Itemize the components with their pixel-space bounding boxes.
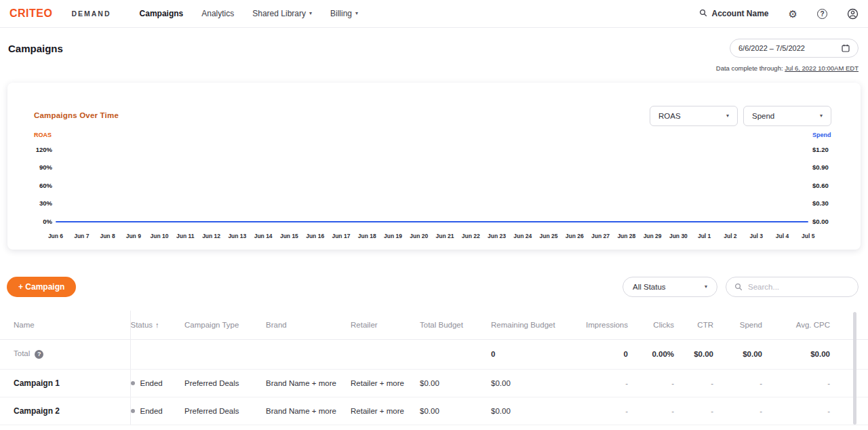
column-header-name[interactable]: Name <box>0 311 130 339</box>
help-icon[interactable]: ? <box>817 9 827 19</box>
column-header-total_budget[interactable]: Total Budget <box>420 311 491 339</box>
chevron-down-icon: ▾ <box>309 11 312 16</box>
column-label: Name <box>14 321 35 329</box>
status-text: Ended <box>140 379 163 387</box>
campaign-type-cell: Preferred Deals <box>184 397 266 425</box>
x-axis-label: Jul 2 <box>717 233 743 239</box>
x-axis-label: Jun 17 <box>328 233 354 239</box>
column-header-remaining_budget[interactable]: Remaining Budget <box>491 311 571 339</box>
campaign-type-cell <box>184 339 266 369</box>
column-header-spend[interactable]: Spend <box>719 311 768 339</box>
x-axis-label: Jun 26 <box>561 233 587 239</box>
page-header: Campaigns 6/6/2022 – 7/5/2022 <box>0 28 868 58</box>
chart-metric-controls: ROAS ▾ Spend ▾ <box>650 106 831 126</box>
vertical-scrollbar[interactable] <box>853 312 856 425</box>
clicks-cell: - <box>633 397 679 425</box>
account-search[interactable]: Account Name <box>699 9 769 19</box>
chevron-down-icon: ▾ <box>820 113 823 119</box>
calendar-icon <box>842 44 850 52</box>
status-filter-value: All Status <box>633 283 666 291</box>
campaign-name-link[interactable]: Campaign 1 <box>14 378 60 388</box>
search-icon <box>699 9 707 19</box>
x-axis-label: Jun 7 <box>68 233 94 239</box>
total-budget-cell: $0.00 <box>420 369 491 397</box>
column-header-retailer[interactable]: Retailer <box>351 311 420 339</box>
gear-icon[interactable]: ⚙ <box>789 9 797 19</box>
nav-item-label: Shared Library <box>252 9 306 18</box>
column-label: Brand <box>266 321 287 329</box>
column-label: Status <box>131 321 153 329</box>
chevron-down-icon: ▾ <box>355 11 358 16</box>
column-header-ctr[interactable]: CTR <box>679 311 719 339</box>
right-axis-tick: $0.60 <box>812 176 848 195</box>
x-axis-label: Jun 21 <box>432 233 458 239</box>
spend-series-line <box>56 221 808 222</box>
status-dot-icon <box>131 409 135 413</box>
search-input[interactable] <box>748 283 850 291</box>
total-budget-cell <box>420 339 491 369</box>
nav-item-shared-library[interactable]: Shared Library▾ <box>252 9 312 18</box>
x-axis-label: Jun 11 <box>172 233 198 239</box>
page-title: Campaigns <box>8 43 63 54</box>
table-row: Campaign 1EndedPreferred DealsBrand Name… <box>0 369 868 397</box>
total-budget-cell: $0.00 <box>420 397 491 425</box>
search-box <box>726 277 859 297</box>
column-label: Clicks <box>653 321 674 329</box>
nav-item-billing[interactable]: Billing▾ <box>330 9 358 18</box>
left-axis-tick: 30% <box>21 195 52 213</box>
criteo-logo[interactable]: CRITEO <box>9 7 52 20</box>
main-nav: CampaignsAnalyticsShared Library▾Billing… <box>140 9 358 18</box>
x-axis-label: Jul 1 <box>692 233 717 239</box>
x-axis-label: Jun 22 <box>458 233 484 239</box>
left-axis-tick: 0% <box>21 212 52 231</box>
column-header-clicks[interactable]: Clicks <box>633 311 679 339</box>
secondary-metric-select[interactable]: Spend ▾ <box>743 106 831 126</box>
clicks-cell: 0.00% <box>633 339 679 369</box>
column-header-campaign_type[interactable]: Campaign Type <box>184 311 266 339</box>
help-icon[interactable]: ? <box>35 350 43 359</box>
nav-item-label: Campaigns <box>140 9 184 18</box>
x-axis-label: Jun 15 <box>276 233 302 239</box>
campaign-name-link[interactable]: Campaign 2 <box>14 406 60 416</box>
chevron-down-icon: ▾ <box>726 113 729 119</box>
spend-cell: - <box>719 397 768 425</box>
toolbar-filters: All Status ▾ <box>623 277 859 297</box>
column-header-status[interactable]: Status↑ <box>130 311 184 339</box>
x-axis-label: Jun 23 <box>484 233 510 239</box>
column-header-impressions[interactable]: Impressions <box>571 311 633 339</box>
nav-item-campaigns[interactable]: Campaigns <box>140 9 184 18</box>
impressions-cell: - <box>571 397 633 425</box>
right-axis-tick: $0.30 <box>812 195 848 213</box>
status-filter-select[interactable]: All Status ▾ <box>623 277 717 297</box>
left-axis-tick: 120% <box>21 140 52 159</box>
data-complete-value[interactable]: Jul 6, 2022 10:00AM EDT <box>785 64 859 72</box>
column-label: Retailer <box>351 321 378 329</box>
brand-cell: Brand Name + more <box>266 369 351 397</box>
total-label: Total <box>14 349 30 357</box>
remaining-budget-cell: 0 <box>491 339 571 369</box>
retailer-cell: Retailer + more <box>351 369 420 397</box>
x-axis-label: Jun 16 <box>302 233 328 239</box>
date-range-picker[interactable]: 6/6/2022 – 7/5/2022 <box>730 39 859 58</box>
new-campaign-button[interactable]: + Campaign <box>7 277 76 297</box>
x-axis-label: Jul 5 <box>795 233 821 239</box>
nav-item-analytics[interactable]: Analytics <box>201 9 234 18</box>
campaigns-toolbar: + Campaign All Status ▾ <box>7 277 859 297</box>
chevron-down-icon: ▾ <box>705 284 707 290</box>
date-range-value: 6/6/2022 – 7/5/2022 <box>738 44 836 52</box>
campaigns-table-wrap: NameStatus↑Campaign TypeBrandRetailerTot… <box>0 311 868 425</box>
user-profile-icon[interactable] <box>847 8 859 20</box>
right-axis-ticks: $1.20$0.90$0.60$0.30$0.00 <box>812 140 848 231</box>
secondary-metric-value: Spend <box>752 112 774 120</box>
left-axis-name: ROAS <box>34 132 52 138</box>
ctr-cell: $0.00 <box>679 339 719 369</box>
left-axis-ticks: 120%90%60%30%0% <box>21 140 52 231</box>
column-header-brand[interactable]: Brand <box>266 311 351 339</box>
x-axis-label: Jul 4 <box>769 233 795 239</box>
primary-metric-select[interactable]: ROAS ▾ <box>650 106 738 126</box>
x-axis-label: Jun 18 <box>354 233 380 239</box>
x-axis-label: Jun 13 <box>224 233 250 239</box>
right-axis-tick: $0.00 <box>812 212 848 231</box>
nav-right: Account Name ⚙ ? <box>699 8 859 20</box>
data-complete-prefix: Data complete through: <box>716 64 783 72</box>
